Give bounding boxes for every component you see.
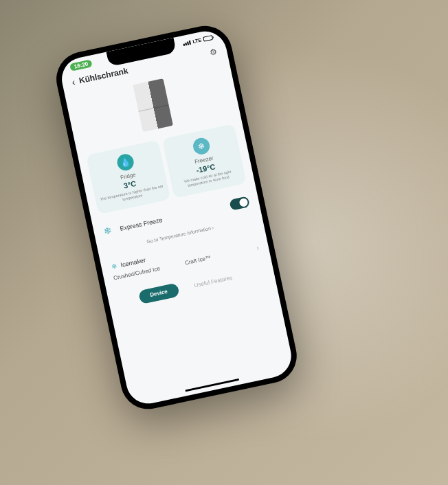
freeze-icon: ❄ xyxy=(102,224,117,238)
tab-device[interactable]: Device xyxy=(138,283,180,304)
back-button[interactable]: ‹ xyxy=(71,76,76,88)
chevron-right-icon: › xyxy=(212,225,214,230)
fridge-icon xyxy=(133,78,173,132)
express-freeze-toggle[interactable] xyxy=(229,196,250,211)
settings-button[interactable]: ⚙ xyxy=(209,47,219,58)
network-label: LTE xyxy=(192,38,202,44)
battery-icon xyxy=(203,35,213,42)
home-indicator[interactable] xyxy=(185,379,239,392)
express-freeze-label: Express Freeze xyxy=(120,216,164,232)
icemaker-title: Icemaker xyxy=(120,256,146,268)
water-drop-icon: 💧 xyxy=(115,153,135,172)
tab-features[interactable]: Useful Features xyxy=(182,269,245,295)
signal-icon xyxy=(183,40,191,45)
snowflake-icon: ❄ xyxy=(191,137,210,156)
ice-icon: ❄ xyxy=(111,262,117,271)
